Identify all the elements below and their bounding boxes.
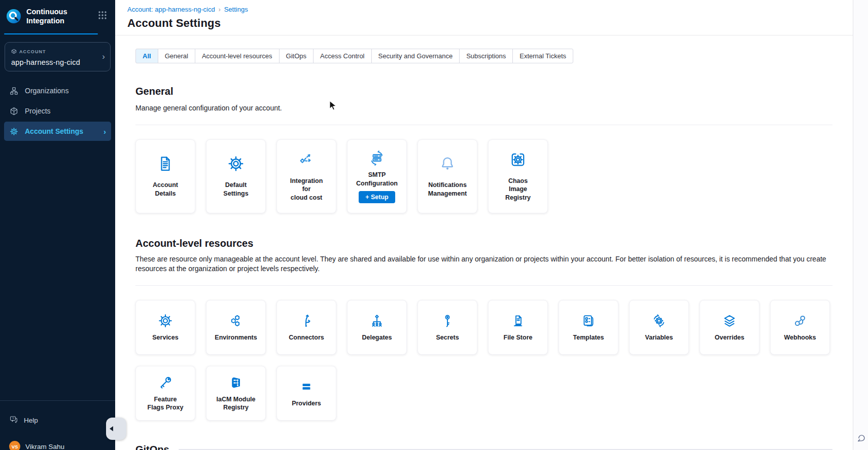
sidebar-divider [0, 400, 115, 401]
help-button[interactable]: ? Help [4, 411, 43, 429]
tab-account-level-resources[interactable]: Account-level resources [195, 49, 280, 63]
card-label: IaCM Module Registry [214, 395, 257, 412]
card-label: Account Details [151, 181, 180, 198]
resources-heading: Account-level resources [135, 238, 832, 249]
smtp-setup-button[interactable]: + Setup [359, 191, 395, 203]
card-label: Overrides [713, 333, 746, 342]
sidebar-accent-line [4, 33, 98, 34]
gear-icon [227, 155, 245, 173]
page-header: Account: app-harness-ng-cicd › Settings … [115, 0, 853, 35]
user-profile[interactable]: VS Vikram Sahu [4, 438, 70, 450]
tab-access-control[interactable]: Access Control [313, 49, 371, 63]
card-label: Feature Flags Proxy [146, 395, 186, 412]
tab-all[interactable]: All [135, 49, 158, 63]
card-label: Variables [643, 333, 675, 342]
card-services[interactable]: Services [135, 300, 195, 355]
right-gutter [853, 0, 868, 450]
help-label: Help [24, 417, 38, 424]
gear-icon [9, 127, 19, 136]
card-notifications-management[interactable]: Notifications Management [418, 139, 477, 213]
branch-share-icon [297, 151, 316, 169]
chevron-right-icon: › [103, 127, 106, 136]
user-name: Vikram Sahu [25, 443, 64, 450]
product-title: Continuous Integration [26, 7, 81, 25]
bell-icon [438, 155, 457, 173]
tab-gitops[interactable]: GitOps [279, 49, 314, 63]
divider [135, 125, 832, 125]
card-integration-cloud-cost[interactable]: Integration for cloud cost [276, 139, 336, 213]
tab-external-tickets[interactable]: External Tickets [512, 49, 573, 63]
resource-center-chat-icon[interactable] [855, 432, 866, 445]
card-smtp-configuration[interactable]: SMTP Configuration + Setup [347, 139, 407, 213]
card-label: Delegates [360, 333, 394, 342]
key-diagonal-icon [157, 374, 173, 391]
card-file-store[interactable]: File Store [488, 300, 548, 355]
tab-general[interactable]: General [158, 49, 195, 63]
card-delegates[interactable]: Delegates [347, 300, 407, 355]
general-cards: Account Details Default Settings [135, 139, 832, 213]
card-default-settings[interactable]: Default Settings [206, 139, 266, 213]
section-general: General Manage general configuration of … [135, 86, 832, 213]
sidebar-item-projects[interactable]: Projects [4, 101, 111, 121]
resource-cards: Services Environments [135, 300, 832, 421]
key-vertical-icon [439, 313, 456, 329]
breadcrumb-separator: › [219, 6, 221, 13]
help-chat-icon: ? [9, 415, 18, 426]
gitops-heading: GitOps [135, 444, 169, 450]
sidebar-collapse-handle[interactable] [106, 418, 126, 440]
card-variables[interactable]: Variables [629, 300, 689, 355]
general-heading: General [135, 86, 832, 97]
collapse-left-arrow-icon [110, 426, 113, 431]
module-switcher-grid-icon[interactable] [97, 10, 108, 23]
sidebar: Continuous Integration ACCOUNT app-harne… [0, 0, 115, 450]
hexagons-icon [228, 313, 244, 329]
hierarchy-icon [369, 313, 385, 329]
general-description: Manage general configuration of your acc… [135, 103, 830, 114]
card-secrets[interactable]: Secrets [418, 300, 477, 355]
card-templates[interactable]: Templates [559, 300, 618, 355]
server-sync-icon [368, 149, 386, 167]
sidebar-item-label: Account Settings [25, 127, 83, 135]
card-label: File Store [502, 333, 535, 342]
card-label: SMTP Configuration [354, 171, 400, 188]
tab-security-and-governance[interactable]: Security and Governance [371, 49, 460, 63]
card-label: Services [150, 333, 180, 342]
card-label: Webhooks [782, 333, 818, 342]
card-label: Environments [213, 333, 259, 342]
divider [135, 285, 832, 286]
card-label: Integration for cloud cost [288, 177, 325, 202]
breadcrumb-account-link[interactable]: Account: app-harness-ng-cicd [127, 6, 215, 13]
card-connectors[interactable]: Connectors [276, 300, 336, 355]
gear-sync-icon [651, 313, 667, 329]
card-chaos-image-registry[interactable]: Chaos Image Registry [488, 139, 548, 213]
card-label: Chaos Image Registry [503, 177, 533, 202]
account-box-icon [11, 47, 17, 56]
template-doc-icon [580, 313, 597, 329]
chain-link-icon [792, 313, 808, 329]
account-name: app-harness-ng-cicd [11, 58, 104, 66]
sidebar-nav: Organizations Projects Account Settings … [0, 81, 115, 141]
card-environments[interactable]: Environments [206, 300, 266, 355]
card-iacm-module-registry[interactable]: IaCM Module Registry [206, 366, 266, 421]
tab-subscriptions[interactable]: Subscriptions [459, 49, 513, 63]
card-overrides[interactable]: Overrides [700, 300, 759, 355]
account-selector[interactable]: ACCOUNT app-harness-ng-cicd › [5, 43, 110, 71]
card-feature-flags-proxy[interactable]: Feature Flags Proxy [135, 366, 195, 421]
fork-arrows-icon [298, 313, 315, 329]
sidebar-item-label: Organizations [25, 87, 68, 95]
card-account-details[interactable]: Account Details [135, 139, 195, 213]
resources-description: These are resource only manageable at th… [135, 254, 830, 274]
card-label: Default Settings [221, 181, 250, 198]
page-title: Account Settings [127, 17, 853, 30]
harness-ci-logo-icon [6, 9, 21, 24]
framed-gear-icon [509, 151, 527, 169]
breadcrumb-settings-link[interactable]: Settings [224, 6, 248, 13]
main-content: All General Account-level resources GitO… [115, 35, 853, 450]
sidebar-item-organizations[interactable]: Organizations [4, 81, 111, 100]
card-label: Connectors [287, 333, 326, 342]
card-providers[interactable]: Providers [276, 366, 336, 421]
card-webhooks[interactable]: Webhooks [770, 300, 830, 355]
cube-icon [9, 106, 19, 116]
sidebar-item-account-settings[interactable]: Account Settings › [4, 122, 111, 141]
card-label: Secrets [434, 333, 461, 342]
